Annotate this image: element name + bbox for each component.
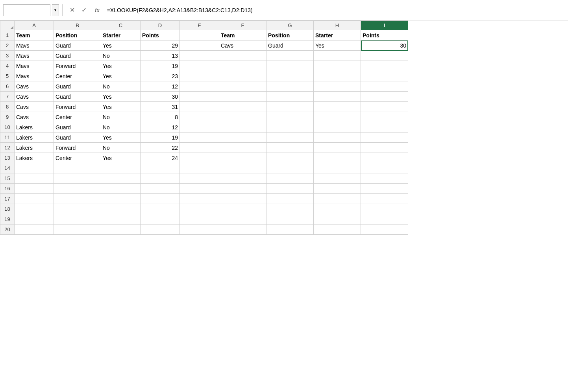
cell-a-4[interactable]: Mavs — [15, 61, 54, 71]
cell-i-19[interactable] — [361, 214, 408, 225]
cell-g-15[interactable] — [266, 173, 314, 184]
cell-h-13[interactable] — [314, 153, 361, 163]
cell-g-18[interactable] — [266, 204, 314, 214]
cell-i-18[interactable] — [361, 204, 408, 214]
cell-c-12[interactable]: No — [101, 143, 141, 153]
cell-e-19[interactable] — [180, 214, 219, 225]
cell-f-17[interactable] — [219, 194, 266, 204]
cell-e-20[interactable] — [180, 225, 219, 235]
cell-f-5[interactable] — [219, 71, 266, 81]
row-header-10[interactable]: 10 — [0, 122, 15, 133]
cell-f-16[interactable] — [219, 184, 266, 194]
cell-h-18[interactable] — [314, 204, 361, 214]
cell-g-6[interactable] — [266, 81, 314, 92]
cell-i-7[interactable] — [361, 92, 408, 102]
cell-g-11[interactable] — [266, 133, 314, 143]
row-header-5[interactable]: 5 — [0, 71, 15, 81]
cell-g-7[interactable] — [266, 92, 314, 102]
cell-c-8[interactable]: Yes — [101, 102, 141, 112]
cell-e-12[interactable] — [180, 143, 219, 153]
cell-f-20[interactable] — [219, 225, 266, 235]
cell-c-6[interactable]: No — [101, 81, 141, 92]
row-header-6[interactable]: 6 — [0, 81, 15, 92]
cell-g-4[interactable] — [266, 61, 314, 71]
cell-g-17[interactable] — [266, 194, 314, 204]
cell-a-5[interactable]: Mavs — [15, 71, 54, 81]
cell-a-18[interactable] — [15, 204, 54, 214]
cell-b-1[interactable]: Position — [54, 30, 101, 40]
cell-b-4[interactable]: Forward — [54, 61, 101, 71]
cell-h-4[interactable] — [314, 61, 361, 71]
cell-c-10[interactable]: No — [101, 122, 141, 133]
cell-f-4[interactable] — [219, 61, 266, 71]
cell-e-15[interactable] — [180, 173, 219, 184]
row-header-2[interactable]: 2 — [0, 40, 15, 51]
row-header-16[interactable]: 16 — [0, 184, 15, 194]
cell-f-19[interactable] — [219, 214, 266, 225]
cell-d-10[interactable]: 12 — [141, 122, 180, 133]
row-header-8[interactable]: 8 — [0, 102, 15, 112]
cell-f-13[interactable] — [219, 153, 266, 163]
cell-a-20[interactable] — [15, 225, 54, 235]
cell-g-5[interactable] — [266, 71, 314, 81]
cell-a-1[interactable]: Team — [15, 30, 54, 40]
cell-b-14[interactable] — [54, 163, 101, 173]
cell-i-3[interactable] — [361, 51, 408, 61]
cell-d-20[interactable] — [141, 225, 180, 235]
formula-input[interactable] — [105, 4, 565, 16]
cell-h-9[interactable] — [314, 112, 361, 122]
col-header-c[interactable]: C — [101, 21, 141, 30]
cell-d-16[interactable] — [141, 184, 180, 194]
cell-b-13[interactable]: Center — [54, 153, 101, 163]
cell-h-10[interactable] — [314, 122, 361, 133]
cell-c-18[interactable] — [101, 204, 141, 214]
cell-c-20[interactable] — [101, 225, 141, 235]
cell-i-1[interactable]: Points — [361, 30, 408, 40]
cell-a-8[interactable]: Cavs — [15, 102, 54, 112]
cell-c-13[interactable]: Yes — [101, 153, 141, 163]
cell-e-6[interactable] — [180, 81, 219, 92]
cell-d-2[interactable]: 29 — [141, 40, 180, 51]
cell-d-12[interactable]: 22 — [141, 143, 180, 153]
cell-b-2[interactable]: Guard — [54, 40, 101, 51]
cell-f-8[interactable] — [219, 102, 266, 112]
cell-h-16[interactable] — [314, 184, 361, 194]
cell-e-10[interactable] — [180, 122, 219, 133]
cell-g-1[interactable]: Position — [266, 30, 314, 40]
cell-b-5[interactable]: Center — [54, 71, 101, 81]
cell-e-2[interactable] — [180, 40, 219, 51]
row-header-20[interactable]: 20 — [0, 225, 15, 235]
cell-ref-dropdown-icon[interactable]: ▾ — [52, 4, 59, 16]
row-header-11[interactable]: 11 — [0, 133, 15, 143]
cell-h-15[interactable] — [314, 173, 361, 184]
cell-f-15[interactable] — [219, 173, 266, 184]
cell-i-10[interactable] — [361, 122, 408, 133]
cell-a-12[interactable]: Lakers — [15, 143, 54, 153]
cell-d-17[interactable] — [141, 194, 180, 204]
cell-f-3[interactable] — [219, 51, 266, 61]
cell-c-14[interactable] — [101, 163, 141, 173]
cell-b-12[interactable]: Forward — [54, 143, 101, 153]
cell-b-7[interactable]: Guard — [54, 92, 101, 102]
cell-b-19[interactable] — [54, 214, 101, 225]
cell-h-3[interactable] — [314, 51, 361, 61]
cell-a-9[interactable]: Cavs — [15, 112, 54, 122]
row-header-18[interactable]: 18 — [0, 204, 15, 214]
cell-a-10[interactable]: Lakers — [15, 122, 54, 133]
col-header-g[interactable]: G — [266, 21, 314, 30]
cell-i-6[interactable] — [361, 81, 408, 92]
cell-d-15[interactable] — [141, 173, 180, 184]
cell-e-4[interactable] — [180, 61, 219, 71]
cell-b-3[interactable]: Guard — [54, 51, 101, 61]
row-header-12[interactable]: 12 — [0, 143, 15, 153]
col-header-h[interactable]: H — [314, 21, 361, 30]
cell-a-3[interactable]: Mavs — [15, 51, 54, 61]
cell-c-19[interactable] — [101, 214, 141, 225]
cell-c-15[interactable] — [101, 173, 141, 184]
cell-e-14[interactable] — [180, 163, 219, 173]
row-header-4[interactable]: 4 — [0, 61, 15, 71]
cell-h-7[interactable] — [314, 92, 361, 102]
cell-a-17[interactable] — [15, 194, 54, 204]
cell-g-8[interactable] — [266, 102, 314, 112]
cell-c-2[interactable]: Yes — [101, 40, 141, 51]
